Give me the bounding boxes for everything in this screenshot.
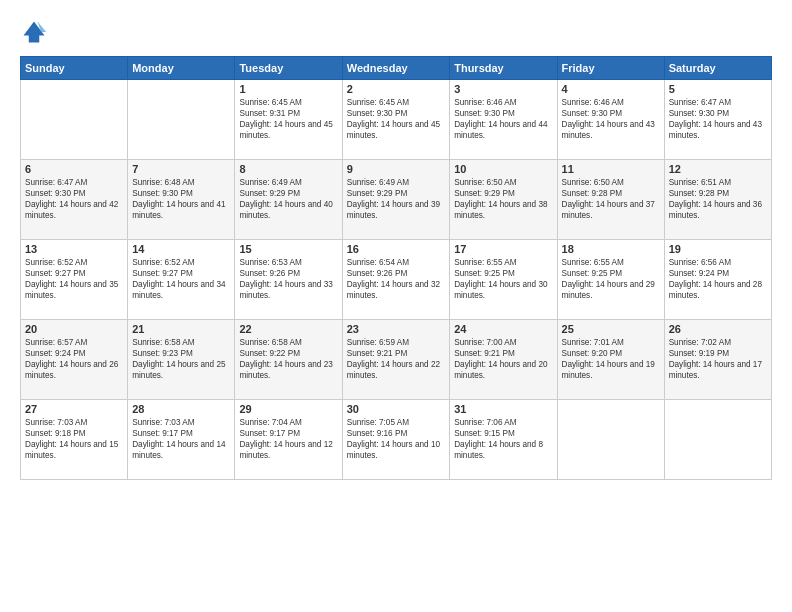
day-number: 23 [347,323,445,335]
calendar-cell: 17Sunrise: 6:55 AM Sunset: 9:25 PM Dayli… [450,240,557,320]
calendar-cell: 13Sunrise: 6:52 AM Sunset: 9:27 PM Dayli… [21,240,128,320]
day-number: 26 [669,323,767,335]
day-number: 2 [347,83,445,95]
day-info: Sunrise: 6:52 AM Sunset: 9:27 PM Dayligh… [25,257,123,301]
day-info: Sunrise: 6:45 AM Sunset: 9:31 PM Dayligh… [239,97,337,141]
calendar-cell: 4Sunrise: 6:46 AM Sunset: 9:30 PM Daylig… [557,80,664,160]
day-info: Sunrise: 7:04 AM Sunset: 9:17 PM Dayligh… [239,417,337,461]
calendar-cell: 21Sunrise: 6:58 AM Sunset: 9:23 PM Dayli… [128,320,235,400]
day-number: 15 [239,243,337,255]
calendar-cell [664,400,771,480]
weekday-header-wednesday: Wednesday [342,57,449,80]
calendar-cell: 12Sunrise: 6:51 AM Sunset: 9:28 PM Dayli… [664,160,771,240]
day-number: 1 [239,83,337,95]
day-number: 16 [347,243,445,255]
weekday-header-monday: Monday [128,57,235,80]
calendar-cell: 3Sunrise: 6:46 AM Sunset: 9:30 PM Daylig… [450,80,557,160]
day-number: 17 [454,243,552,255]
day-number: 7 [132,163,230,175]
calendar-cell: 28Sunrise: 7:03 AM Sunset: 9:17 PM Dayli… [128,400,235,480]
day-number: 28 [132,403,230,415]
day-info: Sunrise: 7:01 AM Sunset: 9:20 PM Dayligh… [562,337,660,381]
day-info: Sunrise: 6:57 AM Sunset: 9:24 PM Dayligh… [25,337,123,381]
calendar-table: SundayMondayTuesdayWednesdayThursdayFrid… [20,56,772,480]
day-info: Sunrise: 6:50 AM Sunset: 9:28 PM Dayligh… [562,177,660,221]
week-row-3: 13Sunrise: 6:52 AM Sunset: 9:27 PM Dayli… [21,240,772,320]
calendar-cell: 14Sunrise: 6:52 AM Sunset: 9:27 PM Dayli… [128,240,235,320]
day-info: Sunrise: 7:06 AM Sunset: 9:15 PM Dayligh… [454,417,552,461]
logo-icon [20,18,48,46]
day-info: Sunrise: 6:54 AM Sunset: 9:26 PM Dayligh… [347,257,445,301]
weekday-header-saturday: Saturday [664,57,771,80]
day-number: 29 [239,403,337,415]
calendar-cell: 16Sunrise: 6:54 AM Sunset: 9:26 PM Dayli… [342,240,449,320]
week-row-5: 27Sunrise: 7:03 AM Sunset: 9:18 PM Dayli… [21,400,772,480]
calendar-cell: 19Sunrise: 6:56 AM Sunset: 9:24 PM Dayli… [664,240,771,320]
weekday-header-sunday: Sunday [21,57,128,80]
day-info: Sunrise: 7:05 AM Sunset: 9:16 PM Dayligh… [347,417,445,461]
calendar-cell: 20Sunrise: 6:57 AM Sunset: 9:24 PM Dayli… [21,320,128,400]
calendar-cell: 5Sunrise: 6:47 AM Sunset: 9:30 PM Daylig… [664,80,771,160]
day-info: Sunrise: 7:02 AM Sunset: 9:19 PM Dayligh… [669,337,767,381]
day-info: Sunrise: 7:03 AM Sunset: 9:17 PM Dayligh… [132,417,230,461]
calendar-cell [21,80,128,160]
calendar-cell: 15Sunrise: 6:53 AM Sunset: 9:26 PM Dayli… [235,240,342,320]
calendar-cell: 11Sunrise: 6:50 AM Sunset: 9:28 PM Dayli… [557,160,664,240]
day-info: Sunrise: 6:45 AM Sunset: 9:30 PM Dayligh… [347,97,445,141]
week-row-1: 1Sunrise: 6:45 AM Sunset: 9:31 PM Daylig… [21,80,772,160]
weekday-header-row: SundayMondayTuesdayWednesdayThursdayFrid… [21,57,772,80]
day-number: 14 [132,243,230,255]
day-info: Sunrise: 6:47 AM Sunset: 9:30 PM Dayligh… [669,97,767,141]
day-number: 18 [562,243,660,255]
day-info: Sunrise: 6:55 AM Sunset: 9:25 PM Dayligh… [562,257,660,301]
day-info: Sunrise: 6:51 AM Sunset: 9:28 PM Dayligh… [669,177,767,221]
day-info: Sunrise: 6:46 AM Sunset: 9:30 PM Dayligh… [454,97,552,141]
day-number: 25 [562,323,660,335]
day-info: Sunrise: 6:55 AM Sunset: 9:25 PM Dayligh… [454,257,552,301]
day-number: 19 [669,243,767,255]
calendar-cell: 22Sunrise: 6:58 AM Sunset: 9:22 PM Dayli… [235,320,342,400]
calendar-cell: 27Sunrise: 7:03 AM Sunset: 9:18 PM Dayli… [21,400,128,480]
calendar-cell [557,400,664,480]
day-info: Sunrise: 6:50 AM Sunset: 9:29 PM Dayligh… [454,177,552,221]
header [20,18,772,46]
day-info: Sunrise: 6:58 AM Sunset: 9:23 PM Dayligh… [132,337,230,381]
day-number: 12 [669,163,767,175]
day-number: 10 [454,163,552,175]
day-number: 11 [562,163,660,175]
calendar-cell: 29Sunrise: 7:04 AM Sunset: 9:17 PM Dayli… [235,400,342,480]
day-number: 13 [25,243,123,255]
day-info: Sunrise: 6:49 AM Sunset: 9:29 PM Dayligh… [239,177,337,221]
weekday-header-friday: Friday [557,57,664,80]
day-number: 27 [25,403,123,415]
calendar-cell: 25Sunrise: 7:01 AM Sunset: 9:20 PM Dayli… [557,320,664,400]
day-info: Sunrise: 6:58 AM Sunset: 9:22 PM Dayligh… [239,337,337,381]
day-number: 3 [454,83,552,95]
calendar-cell: 6Sunrise: 6:47 AM Sunset: 9:30 PM Daylig… [21,160,128,240]
day-number: 4 [562,83,660,95]
day-number: 8 [239,163,337,175]
day-info: Sunrise: 6:49 AM Sunset: 9:29 PM Dayligh… [347,177,445,221]
day-number: 24 [454,323,552,335]
calendar-cell: 9Sunrise: 6:49 AM Sunset: 9:29 PM Daylig… [342,160,449,240]
calendar-cell: 10Sunrise: 6:50 AM Sunset: 9:29 PM Dayli… [450,160,557,240]
day-number: 31 [454,403,552,415]
calendar-cell: 24Sunrise: 7:00 AM Sunset: 9:21 PM Dayli… [450,320,557,400]
logo [20,18,52,46]
calendar-cell: 31Sunrise: 7:06 AM Sunset: 9:15 PM Dayli… [450,400,557,480]
calendar-cell [128,80,235,160]
week-row-2: 6Sunrise: 6:47 AM Sunset: 9:30 PM Daylig… [21,160,772,240]
day-info: Sunrise: 6:59 AM Sunset: 9:21 PM Dayligh… [347,337,445,381]
calendar-cell: 23Sunrise: 6:59 AM Sunset: 9:21 PM Dayli… [342,320,449,400]
calendar-cell: 7Sunrise: 6:48 AM Sunset: 9:30 PM Daylig… [128,160,235,240]
day-info: Sunrise: 6:48 AM Sunset: 9:30 PM Dayligh… [132,177,230,221]
day-info: Sunrise: 6:47 AM Sunset: 9:30 PM Dayligh… [25,177,123,221]
day-info: Sunrise: 6:53 AM Sunset: 9:26 PM Dayligh… [239,257,337,301]
day-info: Sunrise: 6:52 AM Sunset: 9:27 PM Dayligh… [132,257,230,301]
weekday-header-tuesday: Tuesday [235,57,342,80]
day-number: 5 [669,83,767,95]
calendar-cell: 26Sunrise: 7:02 AM Sunset: 9:19 PM Dayli… [664,320,771,400]
day-info: Sunrise: 7:03 AM Sunset: 9:18 PM Dayligh… [25,417,123,461]
day-number: 21 [132,323,230,335]
weekday-header-thursday: Thursday [450,57,557,80]
